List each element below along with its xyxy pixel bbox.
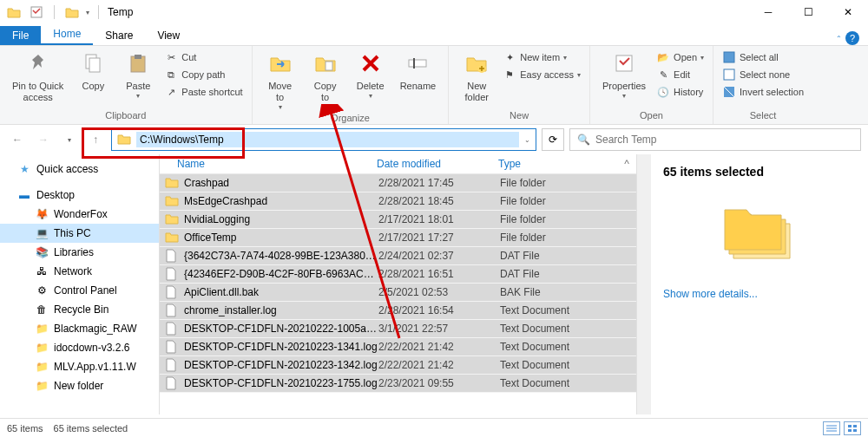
new-item-button[interactable]: ✦New item ▾ [501,49,582,65]
dropdown-icon[interactable]: ⌄ [524,136,530,144]
address-bar[interactable]: ⌄ [111,128,536,151]
select-all-button[interactable]: Select all [720,49,806,65]
pin-button[interactable]: Pin to Quick access [7,49,69,105]
open-button[interactable]: 📂Open ▾ [654,49,706,65]
invert-icon [722,85,736,99]
search-box[interactable]: 🔍 [569,128,861,151]
table-row[interactable]: {3642C73A-7A74-4028-99BE-123A380CAE...2/… [160,247,636,265]
table-row[interactable]: DESKTOP-CF1DFLN-20210223-1755.log2/23/20… [160,375,636,393]
new-folder-button[interactable]: New folder [456,49,497,105]
copy-path-button[interactable]: ⧉Copy path [162,67,244,82]
new-item-icon: ✦ [503,50,516,64]
copy-icon [79,51,107,79]
move-to-button[interactable]: Move to▾ [260,49,301,113]
col-name[interactable]: Name [177,158,377,170]
file-icon [165,322,179,336]
sidebar-item[interactable]: 📁New folder [0,376,159,395]
invert-selection-button[interactable]: Invert selection [720,84,806,100]
search-input[interactable] [595,134,853,146]
sidebar-item[interactable]: 📁Blackmagic_RAW [0,319,159,338]
status-bar: 65 items 65 items selected [0,418,868,437]
sidebar-desktop[interactable]: ▬Desktop [0,186,159,205]
rename-button[interactable]: Rename [395,49,442,94]
scrollbar[interactable] [637,154,651,414]
recent-button[interactable]: ▾ [59,129,80,150]
minimize-button[interactable]: ─ [748,0,788,24]
item-icon: 📁 [35,341,49,355]
copy-to-button[interactable]: Copy to▾ [305,49,346,113]
sidebar-quick-access[interactable]: ★Quick access [0,160,159,179]
svg-rect-4 [135,55,141,59]
sidebar-item[interactable]: 💻This PC [0,224,159,243]
table-row[interactable]: DESKTOP-CF1DFLN-20210223-1341.log2/22/20… [160,338,636,356]
chevron-down-icon[interactable]: ▾ [86,9,89,16]
forward-button[interactable]: → [33,129,54,150]
properties-icon[interactable] [28,3,45,21]
copy-button[interactable]: Copy [72,49,114,94]
sidebar-item[interactable]: 📁idocdown-v3.2.6 [0,338,159,357]
easy-access-icon: ⚑ [503,68,516,82]
column-headers[interactable]: Name Date modified Type ^ [160,154,636,174]
paste-shortcut-button[interactable]: ↗Paste shortcut [162,84,244,100]
easy-access-button[interactable]: ⚑Easy access ▾ [501,67,582,82]
col-date[interactable]: Date modified [377,158,498,170]
address-input[interactable] [136,132,519,147]
sidebar-item[interactable]: 📚Libraries [0,243,159,262]
ribbon-toggle-icon[interactable]: ⌃ [836,35,842,42]
navigation-pane[interactable]: ★Quick access ▬Desktop 🦊WonderFox💻This P… [0,154,160,414]
folder-stack-icon [720,192,799,271]
table-row[interactable]: Crashpad2/28/2021 17:45File folder [160,174,636,192]
chevron-down-icon[interactable]: ▾ [136,92,140,100]
folder-icon [165,194,179,208]
group-label-organize: Organize [331,113,370,125]
up-button[interactable]: ↑ [85,129,106,150]
item-icon: 🖧 [35,264,49,278]
edit-button[interactable]: ✎Edit [654,67,706,82]
group-label-clipboard: Clipboard [105,110,146,122]
tab-share[interactable]: Share [93,26,145,45]
help-icon[interactable]: ? [845,31,859,45]
tab-home[interactable]: Home [41,24,93,45]
svg-rect-10 [724,52,734,62]
sidebar-item[interactable]: 🦊WonderFox [0,205,159,224]
sidebar-item[interactable]: 🗑Recycle Bin [0,300,159,319]
tab-file[interactable]: File [0,26,41,45]
table-row[interactable]: chrome_installer.log2/28/2021 16:54Text … [160,302,636,320]
table-row[interactable]: DESKTOP-CF1DFLN-20210222-1005a.log3/1/20… [160,320,636,338]
file-list[interactable]: Crashpad2/28/2021 17:45File folderMsEdge… [160,174,636,414]
back-button[interactable]: ← [7,129,28,150]
table-row[interactable]: MsEdgeCrashpad2/28/2021 18:45File folder [160,192,636,211]
sidebar-item[interactable]: 📁MLV.App.v1.11.W [0,357,159,376]
desktop-icon: ▬ [17,188,31,202]
svg-rect-17 [848,425,852,427]
history-button[interactable]: 🕓History [654,84,706,100]
new-folder-icon [463,51,490,79]
delete-button[interactable]: Delete▾ [350,49,391,101]
show-more-link[interactable]: Show more details... [663,288,758,300]
group-label-select: Select [750,110,777,122]
sidebar-item[interactable]: 🖧Network [0,262,159,281]
properties-button[interactable]: Properties▾ [597,49,651,101]
view-details-button[interactable] [823,421,840,435]
maximize-button[interactable]: ☐ [788,0,828,24]
table-row[interactable]: DESKTOP-CF1DFLN-20210223-1342.log2/22/20… [160,356,636,375]
refresh-button[interactable]: ⟳ [542,128,564,151]
shortcut-icon: ↗ [164,85,178,99]
paste-button[interactable]: Paste ▾ [117,49,159,101]
table-row[interactable]: {42346EF2-D90B-4C2F-80FB-6963AC3C1...2/2… [160,265,636,284]
select-none-button[interactable]: Select none [720,67,806,82]
tab-view[interactable]: View [145,26,192,45]
folder-icon [165,176,179,190]
close-button[interactable]: ✕ [828,0,868,24]
table-row[interactable]: NvidiaLogging2/17/2021 18:01File folder [160,211,636,229]
table-row[interactable]: ApiClient.dll.bak2/5/2021 02:53BAK File [160,284,636,302]
cut-button[interactable]: ✂Cut [162,49,244,65]
view-thumbnails-button[interactable] [844,421,861,435]
status-count: 65 items [7,423,43,434]
window-title: Temp [108,6,133,18]
select-none-icon [722,68,736,82]
table-row[interactable]: OfficeTemp2/17/2021 17:27File folder [160,229,636,247]
sidebar-item[interactable]: ⚙Control Panel [0,281,159,300]
col-type[interactable]: Type [498,158,602,170]
search-icon: 🔍 [577,134,590,146]
